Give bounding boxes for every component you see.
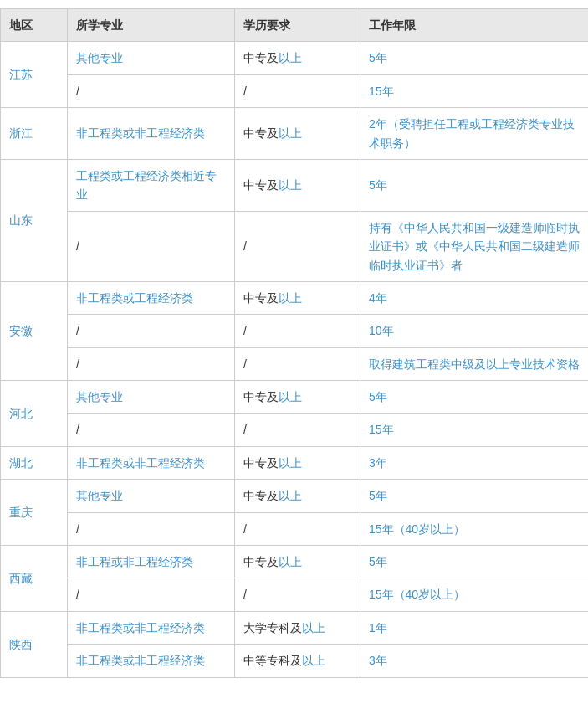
table-row: 重庆其他专业中专及以上5年: [1, 480, 589, 512]
work-cell: 2年（受聘担任工程或工程经济类专业技术职务）: [360, 108, 589, 160]
edu-cell: 中专及以上: [235, 546, 360, 578]
edu-cell: 中专及以上: [235, 159, 360, 211]
major-cell: /: [68, 74, 235, 107]
region-cell: 西藏: [1, 546, 68, 612]
table-row: 山东工程类或工程经济类相近专业中专及以上5年: [1, 159, 589, 211]
header-row: 地区 所学专业 学历要求 工作年限: [1, 9, 589, 42]
table-row: //10年: [1, 315, 589, 347]
major-cell: 其他专业: [68, 381, 235, 414]
major-cell: /: [68, 512, 235, 545]
edu-cell: 中专及以上: [235, 281, 360, 314]
major-cell: /: [68, 211, 235, 281]
work-cell: 取得建筑工程类中级及以上专业技术资格: [360, 347, 589, 380]
edu-cell: 中专及以上: [235, 480, 360, 512]
header-work: 工作年限: [360, 9, 589, 42]
edu-cell: 中等专科及以上: [235, 645, 360, 677]
major-cell: 非工程类或非工程经济类: [68, 446, 235, 479]
region-cell: 河北: [1, 381, 68, 447]
work-cell: 15年: [360, 74, 589, 107]
work-cell: 5年: [360, 546, 589, 578]
edu-cell: /: [235, 74, 360, 107]
work-cell: 10年: [360, 315, 589, 347]
table-row: 湖北非工程类或非工程经济类中专及以上3年: [1, 446, 589, 479]
table-row: 非工程类或非工程经济类中等专科及以上3年: [1, 645, 589, 677]
major-cell: 非工程类或非工程经济类: [68, 611, 235, 644]
table-row: 安徽非工程类或工程经济类中专及以上4年: [1, 281, 589, 314]
edu-cell: 大学专科及以上: [235, 611, 360, 644]
major-cell: 工程类或工程经济类相近专业: [68, 159, 235, 211]
work-cell: 5年: [360, 381, 589, 414]
table-row: 西藏非工程或非工程经济类中专及以上5年: [1, 546, 589, 578]
header-edu: 学历要求: [235, 9, 360, 42]
work-cell: 3年: [360, 446, 589, 479]
work-cell: 15年（40岁以上）: [360, 578, 589, 611]
edu-cell: /: [235, 211, 360, 281]
edu-cell: 中专及以上: [235, 381, 360, 414]
edu-cell: /: [235, 512, 360, 545]
data-table: 地区 所学专业 学历要求 工作年限 江苏其他专业中专及以上5年//15年浙江非工…: [0, 8, 588, 678]
header-major: 所学专业: [68, 9, 235, 42]
edu-cell: /: [235, 347, 360, 380]
work-cell: 5年: [360, 480, 589, 512]
work-cell: 持有《中华人民共和国一级建造师临时执业证书》或《中华人民共和国二级建造师临时执业…: [360, 211, 589, 281]
region-cell: 浙江: [1, 108, 68, 160]
main-container: 地区 所学专业 学历要求 工作年限 江苏其他专业中专及以上5年//15年浙江非工…: [0, 0, 588, 686]
major-cell: 非工程类或工程经济类: [68, 281, 235, 314]
work-cell: 5年: [360, 42, 589, 74]
work-cell: 3年: [360, 645, 589, 677]
region-cell: 安徽: [1, 281, 68, 380]
region-cell: 江苏: [1, 42, 68, 108]
work-cell: 15年: [360, 414, 589, 446]
table-row: 河北其他专业中专及以上5年: [1, 381, 589, 414]
table-row: //15年（40岁以上）: [1, 578, 589, 611]
table-row: //15年（40岁以上）: [1, 512, 589, 545]
region-cell: 重庆: [1, 480, 68, 546]
major-cell: 其他专业: [68, 480, 235, 512]
edu-cell: /: [235, 414, 360, 446]
major-cell: /: [68, 347, 235, 380]
edu-cell: 中专及以上: [235, 446, 360, 479]
work-cell: 5年: [360, 159, 589, 211]
major-cell: /: [68, 414, 235, 446]
table-row: //15年: [1, 414, 589, 446]
work-cell: 4年: [360, 281, 589, 314]
work-cell: 15年（40岁以上）: [360, 512, 589, 545]
table-row: 浙江非工程类或非工程经济类中专及以上2年（受聘担任工程或工程经济类专业技术职务）: [1, 108, 589, 160]
table-row: 陕西非工程类或非工程经济类大学专科及以上1年: [1, 611, 589, 644]
region-cell: 湖北: [1, 446, 68, 479]
edu-cell: /: [235, 315, 360, 347]
region-cell: 山东: [1, 159, 68, 281]
major-cell: /: [68, 578, 235, 611]
table-row: //15年: [1, 74, 589, 107]
table-row: //取得建筑工程类中级及以上专业技术资格: [1, 347, 589, 380]
major-cell: /: [68, 315, 235, 347]
work-cell: 1年: [360, 611, 589, 644]
major-cell: 非工程类或非工程经济类: [68, 645, 235, 677]
table-row: //持有《中华人民共和国一级建造师临时执业证书》或《中华人民共和国二级建造师临时…: [1, 211, 589, 281]
major-cell: 非工程或非工程经济类: [68, 546, 235, 578]
edu-cell: 中专及以上: [235, 108, 360, 160]
edu-cell: /: [235, 578, 360, 611]
header-region: 地区: [1, 9, 68, 42]
edu-cell: 中专及以上: [235, 42, 360, 74]
region-cell: 陕西: [1, 611, 68, 677]
major-cell: 非工程类或非工程经济类: [68, 108, 235, 160]
major-cell: 其他专业: [68, 42, 235, 74]
table-row: 江苏其他专业中专及以上5年: [1, 42, 589, 74]
